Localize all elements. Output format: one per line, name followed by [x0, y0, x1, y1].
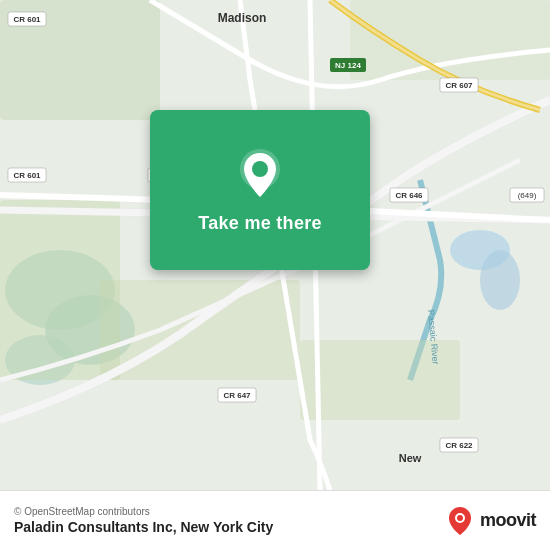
svg-text:NJ 124: NJ 124	[335, 61, 361, 70]
map-container: CR 601 CR 601 CR 646 CR 646 CR 607 NJ 12…	[0, 0, 550, 490]
svg-text:(649): (649)	[518, 191, 537, 200]
svg-text:New: New	[399, 452, 422, 464]
moovit-logo-icon	[444, 505, 476, 537]
svg-text:Madison: Madison	[218, 11, 267, 25]
svg-text:CR 607: CR 607	[445, 81, 473, 90]
place-name: Paladin Consultants Inc, New York City	[14, 519, 273, 535]
moovit-brand-text: moovit	[480, 510, 536, 531]
bottom-left-info: © OpenStreetMap contributors Paladin Con…	[14, 506, 273, 535]
moovit-logo: moovit	[444, 505, 536, 537]
osm-attribution: © OpenStreetMap contributors	[14, 506, 273, 517]
take-me-there-button[interactable]: Take me there	[198, 213, 322, 234]
svg-point-38	[457, 515, 463, 521]
svg-rect-10	[350, 0, 550, 80]
pin-icon	[232, 147, 288, 203]
svg-text:CR 601: CR 601	[13, 171, 41, 180]
svg-text:CR 601: CR 601	[13, 15, 41, 24]
svg-text:CR 647: CR 647	[223, 391, 251, 400]
location-card: Take me there	[150, 110, 370, 270]
svg-text:CR 646: CR 646	[395, 191, 423, 200]
svg-point-36	[252, 161, 268, 177]
svg-point-5	[480, 250, 520, 310]
svg-text:CR 622: CR 622	[445, 441, 473, 450]
bottom-bar: © OpenStreetMap contributors Paladin Con…	[0, 490, 550, 550]
